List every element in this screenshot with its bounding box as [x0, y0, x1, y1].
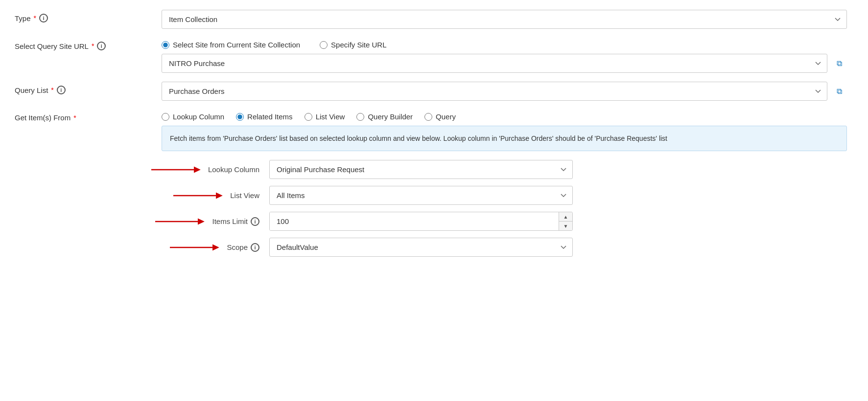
list-view-row: List View All Items	[15, 186, 847, 205]
get-items-control: Lookup Column Related Items List View Qu…	[162, 110, 847, 151]
items-limit-label-area: Items Limit i	[15, 216, 269, 227]
info-box: Fetch items from 'Purchase Orders' list …	[162, 126, 847, 151]
lookup-column-control: Original Purchase Request	[269, 160, 573, 179]
site-url-label: Select Query Site URL * i	[15, 38, 162, 50]
site-dropdown[interactable]: NITRO Purchase	[162, 54, 827, 73]
query-list-dropdown-row: Purchase Orders ⧉	[162, 82, 847, 101]
query-list-label: Query List * i	[15, 82, 162, 94]
scope-control: DefaultValue	[269, 238, 573, 257]
site-url-radio-current-input[interactable]	[162, 41, 169, 49]
query-list-info-icon[interactable]: i	[57, 86, 66, 94]
radio-query-builder[interactable]: Query Builder	[356, 112, 413, 121]
site-url-radio-specify-input[interactable]	[320, 41, 328, 49]
get-items-row: Get Item(s) From * Lookup Column Related…	[15, 110, 847, 151]
items-limit-up-btn[interactable]: ▲	[559, 212, 572, 222]
query-list-control: Purchase Orders ⧉	[162, 82, 847, 101]
get-items-required: *	[73, 114, 76, 122]
site-url-required: *	[92, 42, 94, 50]
list-view-label-text: List View	[230, 191, 259, 200]
get-items-radio-group: Lookup Column Related Items List View Qu…	[162, 110, 847, 121]
radio-query-builder-label: Query Builder	[368, 112, 413, 121]
site-url-radio-specify[interactable]: Specify Site URL	[320, 41, 386, 49]
svg-marker-5	[198, 218, 205, 224]
site-url-radio-specify-label: Specify Site URL	[331, 41, 386, 49]
site-url-info-icon[interactable]: i	[97, 42, 106, 50]
list-view-label-area: List View	[15, 190, 269, 201]
query-list-label-text: Query List	[15, 86, 48, 94]
items-limit-spinners: ▲ ▼	[559, 212, 572, 230]
type-info-icon[interactable]: i	[39, 14, 48, 22]
site-url-radio-group: Select Site from Current Site Collection…	[162, 38, 847, 49]
site-url-row: Select Query Site URL * i Select Site fr…	[15, 38, 847, 73]
get-items-label-text: Get Item(s) From	[15, 113, 70, 122]
scope-info-icon[interactable]: i	[251, 243, 259, 252]
radio-list-view-input[interactable]	[305, 113, 312, 121]
site-url-label-text: Select Query Site URL	[15, 42, 89, 50]
items-limit-arrow	[155, 216, 209, 227]
svg-marker-7	[213, 244, 220, 250]
scope-label-area: Scope i	[15, 242, 269, 253]
radio-related-items-label: Related Items	[247, 112, 293, 121]
radio-query-input[interactable]	[424, 113, 432, 121]
lookup-column-arrow	[151, 164, 205, 176]
items-limit-row: Items Limit i 100 ▲ ▼	[15, 212, 847, 231]
lookup-column-row: Lookup Column Original Purchase Request	[15, 160, 847, 179]
radio-lookup-column[interactable]: Lookup Column	[162, 112, 224, 121]
scope-arrow	[170, 242, 224, 253]
radio-query-builder-input[interactable]	[356, 113, 364, 121]
radio-related-items[interactable]: Related Items	[236, 112, 293, 121]
scope-dropdown[interactable]: DefaultValue	[269, 238, 573, 257]
list-view-dropdown[interactable]: All Items	[269, 186, 573, 205]
query-list-external-link-icon[interactable]: ⧉	[831, 83, 847, 100]
get-items-label: Get Item(s) From *	[15, 110, 162, 122]
list-view-control: All Items	[269, 186, 573, 205]
items-limit-input[interactable]: 100	[270, 212, 559, 230]
site-url-control: Select Site from Current Site Collection…	[162, 38, 847, 73]
radio-related-items-input[interactable]	[236, 113, 244, 121]
form-section: Type * i Item Collection Select Query Si…	[15, 10, 847, 257]
type-required: *	[34, 14, 36, 22]
query-list-row: Query List * i Purchase Orders ⧉	[15, 82, 847, 101]
site-external-link-icon[interactable]: ⧉	[831, 55, 847, 72]
type-row: Type * i Item Collection	[15, 10, 847, 29]
svg-marker-1	[194, 166, 201, 173]
svg-marker-3	[216, 192, 223, 199]
site-url-radio-current-label: Select Site from Current Site Collection	[173, 41, 300, 49]
type-dropdown[interactable]: Item Collection	[162, 10, 847, 29]
scope-label-text: Scope	[227, 243, 248, 251]
items-limit-label-text: Items Limit	[212, 217, 248, 225]
query-list-dropdown[interactable]: Purchase Orders	[162, 82, 827, 101]
radio-query-label: Query	[436, 112, 456, 121]
items-limit-down-btn[interactable]: ▼	[559, 222, 572, 230]
site-dropdown-row: NITRO Purchase ⧉	[162, 54, 847, 73]
radio-list-view[interactable]: List View	[305, 112, 345, 121]
items-limit-control: 100 ▲ ▼	[269, 212, 573, 231]
info-box-text: Fetch items from 'Purchase Orders' list …	[170, 134, 667, 142]
query-list-required: *	[51, 86, 53, 94]
list-view-arrow	[173, 190, 227, 201]
radio-query[interactable]: Query	[424, 112, 456, 121]
items-limit-input-wrapper: 100 ▲ ▼	[269, 212, 573, 231]
items-limit-info-icon[interactable]: i	[251, 217, 259, 226]
radio-lookup-column-input[interactable]	[162, 113, 169, 121]
type-label-text: Type	[15, 14, 31, 22]
type-label: Type * i	[15, 10, 162, 22]
scope-row: Scope i DefaultValue	[15, 238, 847, 257]
lookup-column-dropdown[interactable]: Original Purchase Request	[269, 160, 573, 179]
lookup-column-label-text: Lookup Column	[208, 165, 259, 174]
radio-list-view-label: List View	[316, 112, 345, 121]
type-control: Item Collection	[162, 10, 847, 29]
radio-lookup-column-label: Lookup Column	[173, 112, 224, 121]
site-url-radio-current[interactable]: Select Site from Current Site Collection	[162, 41, 300, 49]
lookup-column-label-area: Lookup Column	[15, 164, 269, 176]
